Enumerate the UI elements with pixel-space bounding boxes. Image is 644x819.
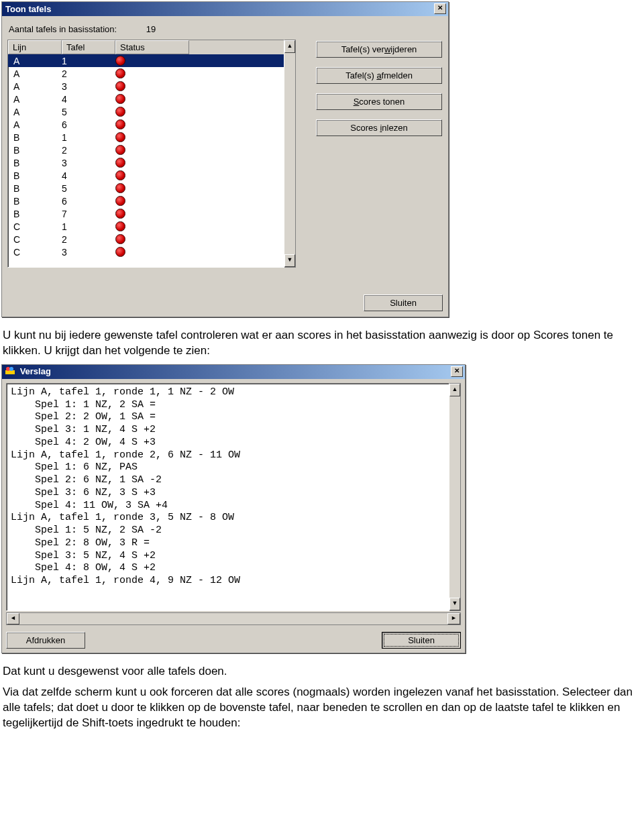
cell-status	[115, 234, 125, 244]
cell-lijn: A	[13, 119, 62, 130]
close-icon[interactable]: ✕	[434, 3, 446, 14]
vertical-scrollbar[interactable]: ▲ ▼	[449, 383, 461, 611]
scroll-down-icon[interactable]: ▼	[449, 598, 460, 610]
status-dot-icon	[115, 170, 125, 180]
cell-status	[115, 170, 125, 180]
scroll-up-icon[interactable]: ▲	[284, 40, 295, 53]
cell-status	[115, 56, 125, 66]
sluiten-button[interactable]: Sluiten	[382, 632, 461, 649]
cell-tafel: 4	[62, 94, 115, 105]
cell-status	[115, 94, 125, 104]
cell-tafel: 7	[62, 209, 115, 219]
cell-tafel: 1	[62, 132, 115, 143]
table-row[interactable]: C2	[8, 233, 284, 245]
cell-lijn: B	[13, 170, 62, 181]
status-dot-icon	[115, 196, 125, 206]
table-row[interactable]: A5	[8, 105, 284, 118]
paragraph-1: U kunt nu bij iedere gewenste tafel cont…	[3, 328, 633, 359]
app-icon	[5, 366, 15, 376]
header-status[interactable]: Status	[115, 40, 189, 54]
status-dot-icon	[115, 145, 125, 155]
cell-tafel: 5	[62, 183, 115, 194]
titlebar: Verslag ✕	[2, 365, 465, 379]
cell-tafel: 5	[62, 107, 115, 117]
status-dot-icon	[115, 56, 125, 66]
scores-tonen-button[interactable]: Scores tonen	[316, 93, 442, 110]
status-dot-icon	[115, 119, 125, 129]
cell-lijn: B	[13, 158, 62, 168]
table-row[interactable]: B2	[8, 144, 284, 156]
cell-status	[115, 196, 125, 206]
table-row[interactable]: A4	[8, 93, 284, 105]
table-row[interactable]: B1	[8, 131, 284, 144]
window-title: Toon tafels	[5, 4, 51, 14]
cell-tafel: 2	[62, 234, 115, 245]
stat-value: 19	[146, 24, 156, 34]
close-icon[interactable]: ✕	[451, 366, 463, 377]
vertical-scrollbar[interactable]: ▲ ▼	[284, 40, 296, 268]
verwijderen-button[interactable]: Tafel(s) verwijderen	[316, 41, 442, 58]
status-dot-icon	[115, 221, 125, 231]
cell-tafel: 3	[62, 81, 115, 92]
afmelden-button[interactable]: Tafel(s) afmelden	[316, 67, 442, 84]
cell-status	[115, 81, 125, 91]
status-dot-icon	[115, 234, 125, 244]
table-row[interactable]: C3	[8, 245, 284, 258]
table-row[interactable]: B3	[8, 156, 284, 169]
svg-point-2	[9, 367, 13, 371]
cell-lijn: B	[13, 132, 62, 143]
status-dot-icon	[115, 132, 125, 142]
cell-lijn: C	[13, 247, 62, 258]
cell-tafel: 6	[62, 119, 115, 130]
cell-status	[115, 145, 125, 155]
cell-tafel: 4	[62, 170, 115, 181]
report-text[interactable]: Lijn A, tafel 1, ronde 1, 1 NZ - 2 OW Sp…	[6, 383, 449, 611]
scroll-track[interactable]	[284, 53, 295, 254]
cell-lijn: A	[13, 107, 62, 117]
cell-status	[115, 183, 125, 193]
status-dot-icon	[115, 209, 125, 219]
scroll-track[interactable]	[449, 396, 460, 598]
cell-status	[115, 119, 125, 129]
svg-rect-0	[5, 370, 15, 374]
cell-status	[115, 221, 125, 231]
cell-status	[115, 68, 125, 78]
cell-tafel: 6	[62, 196, 115, 207]
table-row[interactable]: A2	[8, 67, 284, 80]
scores-inlezen-button[interactable]: Scores inlezen	[316, 119, 442, 136]
scroll-up-icon[interactable]: ▲	[449, 384, 460, 396]
cell-status	[115, 247, 125, 257]
cell-lijn: C	[13, 221, 62, 232]
table-row[interactable]: B6	[8, 195, 284, 207]
header-lijn[interactable]: Lijn	[8, 40, 62, 54]
verslag-window: Verslag ✕ Lijn A, tafel 1, ronde 1, 1 NZ…	[1, 364, 466, 653]
table-row[interactable]: B5	[8, 182, 284, 195]
toon-tafels-window: Toon tafels ✕ Aantal tafels in basisstat…	[1, 1, 449, 317]
table-row[interactable]: A3	[8, 80, 284, 93]
afdrukken-button[interactable]: Afdrukken	[6, 632, 85, 649]
cell-tafel: 2	[62, 68, 115, 79]
scroll-track[interactable]	[19, 613, 447, 624]
status-dot-icon	[115, 94, 125, 104]
window-title: Verslag	[20, 366, 51, 376]
cell-lijn: B	[13, 196, 62, 207]
cell-tafel: 3	[62, 158, 115, 168]
cell-lijn: B	[13, 209, 62, 219]
table-row[interactable]: B4	[8, 169, 284, 182]
cell-status	[115, 132, 125, 142]
scroll-right-icon[interactable]: ►	[447, 613, 460, 624]
table-row[interactable]: B7	[8, 207, 284, 220]
sluiten-button[interactable]: Sluiten	[364, 294, 443, 311]
cell-tafel: 3	[62, 247, 115, 258]
scroll-down-icon[interactable]: ▼	[284, 254, 295, 267]
stat-line: Aantal tafels in basisstation: 19	[9, 24, 441, 34]
cell-tafel: 1	[62, 56, 115, 66]
table-row[interactable]: A1	[8, 54, 284, 67]
horizontal-scrollbar[interactable]: ◄ ►	[6, 612, 461, 625]
table-row[interactable]: C1	[8, 220, 284, 233]
header-tafel[interactable]: Tafel	[62, 40, 115, 54]
status-dot-icon	[115, 68, 125, 78]
cell-lijn: A	[13, 94, 62, 105]
scroll-left-icon[interactable]: ◄	[7, 613, 19, 624]
table-row[interactable]: A6	[8, 118, 284, 131]
